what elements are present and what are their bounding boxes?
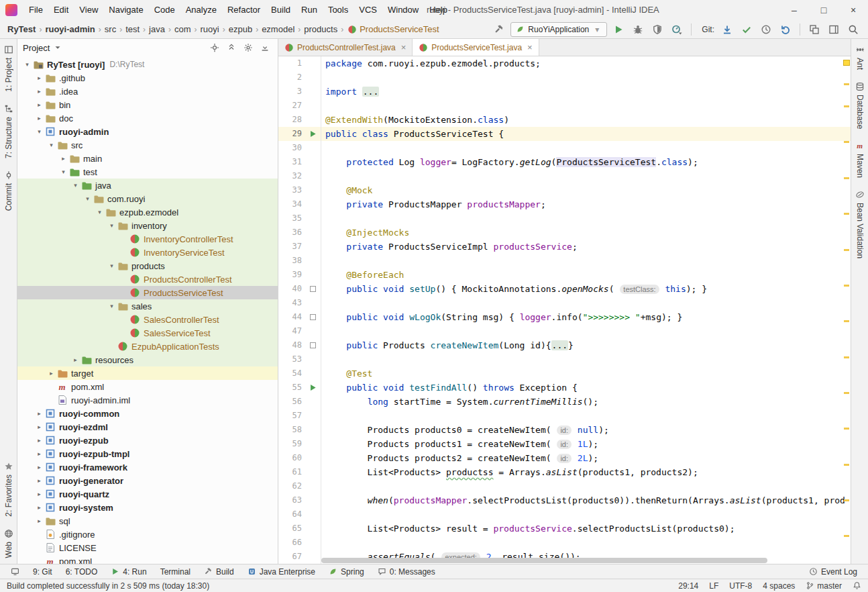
tree-row[interactable]: ▸ruoyi-quartz (17, 487, 278, 501)
notifications-button[interactable] (853, 581, 861, 590)
menu-build[interactable]: Build (266, 0, 296, 20)
tree-open-arrow[interactable]: ▾ (21, 61, 33, 68)
collapse-all-button[interactable] (227, 43, 236, 52)
tree-row[interactable]: mpom.xml (17, 554, 278, 564)
tree-closed-arrow[interactable]: ▸ (34, 477, 45, 484)
tree-closed-arrow[interactable]: ▸ (58, 155, 69, 162)
breadcrumb-item[interactable]: products (303, 24, 338, 34)
menu-refactor[interactable]: Refactor (222, 0, 266, 20)
minimize-button[interactable]: – (779, 0, 809, 20)
breadcrumb-item[interactable]: ruoyi (200, 24, 220, 34)
tree-closed-arrow[interactable]: ▸ (34, 450, 45, 457)
tree-open-arrow[interactable]: ▾ (70, 182, 81, 189)
git-commit-button[interactable] (739, 22, 755, 37)
settings-button[interactable] (243, 43, 253, 52)
favorites-tool-button[interactable]: 2: Favorites (4, 456, 13, 523)
tree-row[interactable]: ruoyi-admin.iml (17, 393, 278, 407)
tree-row[interactable]: ▸.github (17, 71, 278, 85)
tree-row[interactable]: ▸ruoyi-ezpub (17, 434, 278, 447)
tree-open-arrow[interactable]: ▾ (34, 128, 45, 135)
menu-analyze[interactable]: Analyze (180, 0, 222, 20)
tree-row[interactable]: mpom.xml (17, 380, 278, 393)
diff-button[interactable] (806, 22, 822, 37)
tree-closed-arrow[interactable]: ▸ (46, 370, 57, 377)
tree-row[interactable]: InventoryServiceTest (17, 246, 278, 259)
breadcrumb-item[interactable]: test (125, 24, 140, 34)
database-tool-button[interactable]: Database (855, 76, 865, 135)
commit-tool-button[interactable]: Commit (4, 164, 13, 217)
tree-row[interactable]: ▾products (17, 259, 278, 273)
indent-setting[interactable]: 4 spaces (763, 581, 795, 591)
git-tool-button[interactable]: 9: Git (26, 564, 59, 579)
java-enterprise-tool-button[interactable]: Java Enterprise (241, 564, 322, 579)
horizontal-scrollbar[interactable] (321, 558, 840, 563)
spring-tool-button[interactable]: Spring (322, 564, 371, 579)
maven-tool-button[interactable]: mMaven (855, 135, 865, 184)
fold-marker-icon[interactable] (305, 282, 321, 296)
git-update-button[interactable] (719, 22, 735, 37)
build-tool-button[interactable]: Build (197, 564, 241, 579)
tree-open-arrow[interactable]: ▾ (82, 195, 93, 202)
tree-row[interactable]: ▸resources (17, 353, 278, 366)
tree-closed-arrow[interactable]: ▸ (34, 464, 45, 471)
tree-open-arrow[interactable]: ▾ (58, 168, 69, 175)
caret-position[interactable]: 29:14 (678, 581, 698, 591)
tree-closed-arrow[interactable]: ▸ (34, 437, 45, 444)
fold-marker-icon[interactable] (305, 338, 321, 352)
layout-button[interactable] (826, 22, 842, 37)
menu-edit[interactable]: Edit (48, 0, 74, 20)
tree-row[interactable]: ▸sql (17, 514, 278, 528)
tree-closed-arrow[interactable]: ▸ (34, 491, 45, 497)
git-rollback-button[interactable] (777, 22, 794, 37)
tree-closed-arrow[interactable]: ▸ (34, 88, 45, 95)
menu-run[interactable]: Run (296, 0, 323, 20)
tree-row-selected[interactable]: ProductsServiceTest (17, 286, 278, 299)
breadcrumb-item[interactable]: ezpub (228, 24, 253, 34)
structure-tool-button[interactable]: 7: Structure (4, 98, 13, 164)
breadcrumb-item[interactable]: com (174, 24, 192, 34)
fold-marker-icon[interactable] (305, 310, 321, 324)
breadcrumb-item[interactable]: src (104, 24, 117, 34)
project-tool-button[interactable]: 1: Project (4, 39, 13, 98)
chevron-down-icon[interactable] (53, 43, 62, 52)
tree-open-arrow[interactable]: ▾ (46, 142, 57, 148)
tree-row[interactable]: ▸ruoyi-system (17, 501, 278, 514)
run-test-icon[interactable] (305, 381, 321, 395)
search-everywhere-button[interactable] (845, 22, 861, 37)
tree-row[interactable]: ▸ruoyi-generator (17, 474, 278, 487)
tree-row[interactable]: ▸.idea (17, 85, 278, 98)
close-button[interactable]: × (838, 0, 868, 20)
event-log-button[interactable]: Event Log (802, 567, 864, 577)
tree-row[interactable]: ▾ezpub.ezmodel (17, 205, 278, 219)
tree-row[interactable]: InventoryControllerTest (17, 232, 278, 246)
tree-closed-arrow[interactable]: ▸ (34, 504, 45, 511)
tree-row[interactable]: ▾com.ruoyi (17, 192, 278, 205)
tree-row[interactable]: ▸ruoyi-framework (17, 460, 278, 474)
menu-navigate[interactable]: Navigate (103, 0, 148, 20)
terminal-tool-button[interactable]: Terminal (154, 564, 197, 579)
menu-vcs[interactable]: VCS (354, 0, 382, 20)
tree-closed-arrow[interactable]: ▸ (34, 115, 45, 121)
tree-closed-arrow[interactable]: ▸ (34, 410, 45, 417)
tree-row[interactable]: SalesServiceTest (17, 326, 278, 340)
coverage-button[interactable] (649, 22, 665, 37)
tree-row[interactable]: ▸doc (17, 111, 278, 125)
tree-closed-arrow[interactable]: ▸ (34, 101, 45, 108)
todo-tool-button[interactable]: 6: TODO (59, 564, 105, 579)
run-config-select[interactable]: RuoYiApplication▾ (510, 22, 607, 37)
tree-row[interactable]: SalesControllerTest (17, 313, 278, 326)
project-panel-title[interactable]: Project (23, 43, 50, 53)
tree-open-arrow[interactable]: ▾ (106, 262, 117, 269)
file-encoding[interactable]: UTF-8 (729, 581, 752, 591)
tree-row[interactable]: ▾java (17, 179, 278, 192)
menu-window[interactable]: Window (382, 0, 424, 20)
tree-row[interactable]: ▾ruoyi-admin (17, 125, 278, 138)
breadcrumb-file[interactable]: ProductsServiceTest (347, 24, 439, 34)
tree-row[interactable]: ▸ruoyi-ezpub-tmpl (17, 447, 278, 460)
tree-open-arrow[interactable]: ▾ (106, 222, 117, 229)
ant-tool-button[interactable]: Ant (855, 39, 865, 76)
tree-open-arrow[interactable]: ▾ (106, 303, 117, 309)
menu-code[interactable]: Code (149, 0, 180, 20)
editor-tab[interactable]: ProductsControllerTest.java× (278, 39, 413, 56)
menu-view[interactable]: View (74, 0, 103, 20)
